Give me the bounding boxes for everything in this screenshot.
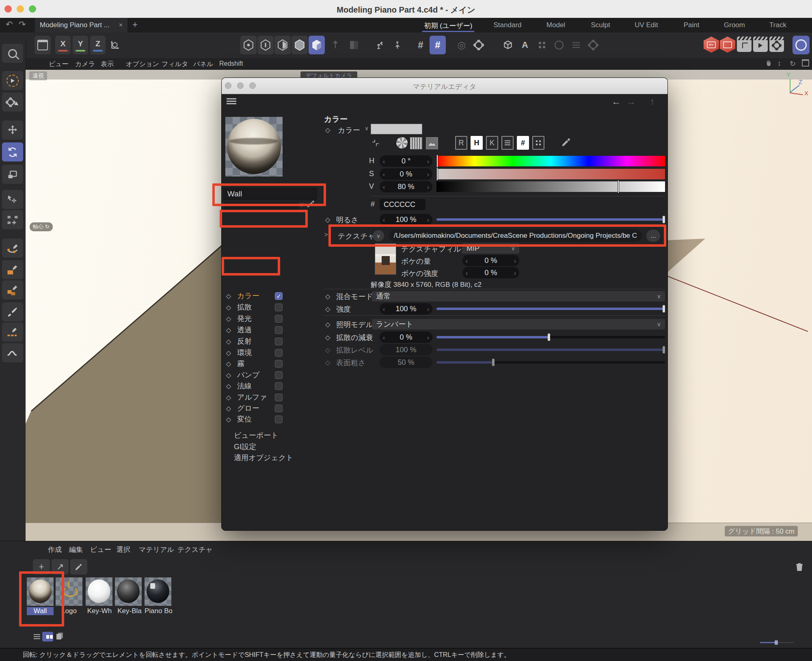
snap-toggle-button[interactable]	[372, 36, 389, 54]
workplane-button[interactable]: #	[412, 36, 429, 54]
decrement-icon[interactable]: ‹	[466, 257, 468, 264]
increment-icon[interactable]: ›	[427, 158, 429, 165]
menu-redshift[interactable]: Redshift	[219, 60, 243, 67]
add-material-button[interactable]: +	[33, 559, 50, 575]
hsv-mode-button[interactable]: H	[471, 136, 483, 150]
channel-transparency-checkbox[interactable]	[275, 326, 283, 334]
new-tab-button[interactable]: +	[132, 19, 138, 30]
edges-mode-button[interactable]	[257, 36, 274, 54]
page-viewport[interactable]: ビューポート	[234, 430, 303, 441]
mgr-menu-texture[interactable]: テクスチャ	[177, 545, 213, 554]
texture-filter-dropdown[interactable]: MIP ∨	[462, 243, 519, 254]
increment-icon[interactable]: ›	[514, 269, 516, 276]
material-editor-titlebar[interactable]: マテリアルエディタ	[222, 78, 667, 94]
content-browser-button[interactable]	[35, 36, 51, 54]
object-mode-button[interactable]	[309, 36, 325, 54]
document-tab[interactable]: Modeling Piano Part ... ×	[35, 18, 127, 32]
value-gradient-slider[interactable]	[436, 181, 665, 192]
mgr-menu-view[interactable]: ビュー	[90, 545, 111, 554]
hue-value-box[interactable]: ‹ 0 ° ›	[380, 155, 432, 167]
increment-icon[interactable]: ›	[427, 216, 429, 223]
layout-tab-sculpt[interactable]: Sculpt	[591, 21, 610, 29]
texture-path-field[interactable]: /Users/mikiomakino/Documents/CreaScene P…	[389, 230, 642, 242]
zoom-tool-button[interactable]	[2, 44, 23, 63]
tweak-tool-button[interactable]	[2, 93, 23, 112]
mix-mode-dropdown[interactable]: 通常 ∨	[372, 291, 665, 301]
decrement-icon[interactable]: ‹	[383, 216, 385, 223]
blur-scale-value-box[interactable]: ‹ 0 % ›	[462, 267, 519, 278]
kelvin-mode-button[interactable]: K	[486, 136, 498, 150]
increment-icon[interactable]: ›	[427, 334, 429, 341]
grid-view-button[interactable]	[42, 632, 53, 642]
mgr-menu-edit[interactable]: 編集	[69, 545, 83, 554]
hex-mode-button[interactable]: #	[517, 136, 529, 150]
channel-luminance-checkbox[interactable]	[275, 315, 283, 323]
axis-z-lock-button[interactable]: Z	[90, 36, 106, 54]
decrement-icon[interactable]: ‹	[383, 183, 385, 190]
channel-diffusion-checkbox[interactable]	[275, 304, 283, 311]
menu-display[interactable]: 表示	[101, 60, 114, 69]
image-picker-icon[interactable]	[426, 137, 438, 149]
path-pen-button[interactable]	[2, 323, 23, 342]
color-wheel-icon[interactable]	[396, 137, 408, 149]
pick-material-button[interactable]	[70, 559, 87, 575]
color-eyedropper-button[interactable]	[561, 136, 572, 148]
axis-y-lock-button[interactable]: Y	[73, 36, 88, 54]
decrement-icon[interactable]: ‹	[383, 334, 385, 341]
target-button[interactable]: ◎	[454, 36, 470, 54]
material-label-logo[interactable]: Logo	[54, 607, 84, 615]
diffuse-falloff-slider[interactable]	[436, 334, 665, 340]
go-up-icon[interactable]: ↑	[650, 96, 655, 107]
coordinate-system-button[interactable]	[107, 36, 123, 54]
move-tool-button[interactable]	[2, 121, 23, 140]
material-label-wall[interactable]: Wall	[27, 607, 54, 615]
layout-tab-uvedit[interactable]: UV Edit	[635, 21, 658, 29]
material-label-pianobody[interactable]: Piano Bo	[145, 607, 172, 615]
transform-tool-button[interactable]	[2, 190, 23, 209]
increment-icon[interactable]: ›	[514, 257, 516, 264]
channel-bump-checkbox[interactable]	[275, 371, 283, 379]
material-label-keywhite[interactable]: Key-Wh	[83, 607, 116, 615]
sketch-tool-button[interactable]	[2, 260, 23, 279]
hue-gradient-slider[interactable]	[436, 156, 665, 166]
polygons-mode-button[interactable]	[274, 36, 291, 54]
saturation-value-box[interactable]: ‹ 0 % ›	[380, 168, 432, 180]
texture-mode-button[interactable]	[346, 36, 362, 54]
live-selection-button[interactable]	[2, 71, 23, 90]
menu-view[interactable]: ビュー	[49, 60, 69, 69]
guide-button[interactable]	[568, 36, 584, 54]
axis-x-lock-button[interactable]: X	[55, 36, 71, 54]
decrement-icon[interactable]: ‹	[383, 171, 385, 178]
material-tile-pianobody[interactable]	[145, 577, 171, 606]
thumbnail-size-slider[interactable]	[760, 640, 794, 645]
lighting-model-dropdown[interactable]: ランバート ∨	[372, 319, 665, 329]
increment-icon[interactable]: ›	[427, 306, 429, 312]
close-tab-icon[interactable]: ×	[119, 22, 123, 29]
brightness-slider[interactable]	[436, 216, 665, 223]
saturation-marker[interactable]	[436, 168, 438, 181]
texture-browse-button[interactable]: ...	[646, 230, 660, 242]
channel-color-checkbox[interactable]: ✓	[275, 292, 283, 300]
snap-settings-button[interactable]	[389, 36, 406, 54]
rotate-view-button[interactable]: ↻	[790, 59, 796, 68]
menu-options[interactable]: オプション	[126, 60, 159, 69]
mgr-menu-material[interactable]: マテリアル	[139, 545, 174, 554]
diffuse-falloff-value-box[interactable]: ‹ 0 % ›	[380, 332, 432, 343]
value-value-box[interactable]: ‹ 80 % ›	[380, 181, 432, 192]
menu-camera[interactable]: カメラ	[75, 60, 95, 69]
pan-view-button[interactable]	[764, 59, 773, 67]
model-mode-button[interactable]	[292, 36, 308, 54]
panel-view-button[interactable]	[53, 632, 64, 642]
render-picture-viewer-button[interactable]	[720, 37, 735, 53]
material-name-field[interactable]: Wall	[223, 188, 317, 200]
layout-tab-default[interactable]: 初期 (ユーザー)	[424, 21, 473, 30]
options-button[interactable]	[585, 36, 601, 54]
multi-move-tool-button[interactable]	[2, 210, 23, 229]
channel-fog-checkbox[interactable]	[275, 360, 283, 368]
channel-glow-checkbox[interactable]	[275, 405, 283, 412]
increment-icon[interactable]: ›	[427, 171, 429, 178]
layout-toggle-button[interactable]	[371, 138, 380, 148]
mix-strength-slider[interactable]	[436, 306, 665, 312]
array-button[interactable]	[534, 36, 550, 54]
measure-button[interactable]	[551, 36, 567, 54]
